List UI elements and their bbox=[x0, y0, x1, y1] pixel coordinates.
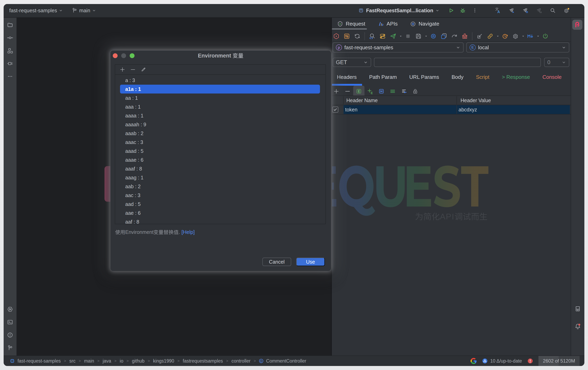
list-item[interactable]: aab : 2 bbox=[115, 182, 326, 191]
notifications-button[interactable] bbox=[574, 323, 581, 330]
settings-gear-icon[interactable] bbox=[563, 8, 569, 13]
cell-header-value[interactable]: abcdxyz bbox=[457, 105, 570, 114]
vcs-status-widget[interactable]: 10 Δ/up-to-date bbox=[482, 358, 522, 364]
project-selector[interactable]: p fast-request-samples bbox=[333, 42, 463, 52]
tab-navigate[interactable]: Navigate bbox=[409, 21, 440, 27]
send-request-button[interactable] bbox=[388, 30, 398, 42]
list-item[interactable]: aaac : 3 bbox=[115, 138, 326, 147]
markdown-export-button[interactable] bbox=[525, 30, 536, 42]
list-item[interactable]: aaab : 2 bbox=[115, 129, 326, 138]
markdown-options-chevron[interactable] bbox=[536, 34, 540, 38]
redirect-count-selector[interactable]: 0 bbox=[544, 58, 569, 67]
breadcrumb-item[interactable]: java bbox=[103, 358, 111, 364]
search-api-button[interactable] bbox=[367, 30, 377, 42]
project-widget[interactable]: fast-request-samples bbox=[9, 8, 57, 13]
tab-apis[interactable]: APIs bbox=[377, 21, 399, 27]
link-options-chevron[interactable] bbox=[496, 34, 500, 38]
list-item[interactable]: aaaah : 9 bbox=[115, 120, 326, 129]
config-button[interactable] bbox=[342, 30, 352, 42]
subtab-body[interactable]: Body bbox=[452, 74, 463, 80]
subtab-pathparam[interactable]: Path Param bbox=[369, 74, 397, 80]
lock-button[interactable] bbox=[410, 86, 421, 97]
sort-button[interactable] bbox=[398, 86, 410, 97]
list-item[interactable]: aaag : 1 bbox=[115, 173, 326, 182]
breadcrumb-class[interactable]: CommentController bbox=[266, 358, 306, 364]
header-preset-button[interactable] bbox=[376, 86, 387, 97]
more-actions-button[interactable] bbox=[472, 8, 478, 13]
undo-button[interactable] bbox=[449, 30, 460, 42]
import-button[interactable] bbox=[474, 30, 485, 42]
rocket-run-icon[interactable] bbox=[509, 8, 515, 13]
list-item[interactable]: aaf : 8 bbox=[115, 217, 326, 224]
more-tools-button[interactable] bbox=[4, 70, 17, 83]
breadcrumb-item[interactable]: io bbox=[120, 358, 124, 364]
breadcrumb-item[interactable]: kings1990 bbox=[153, 358, 174, 364]
save-options-chevron[interactable] bbox=[424, 34, 428, 38]
add-header-button[interactable] bbox=[332, 86, 342, 97]
error-indicator-icon[interactable] bbox=[527, 358, 533, 364]
row-checkbox[interactable] bbox=[332, 105, 343, 114]
translate-icon[interactable]: A bbox=[495, 8, 501, 13]
search-icon[interactable] bbox=[550, 8, 556, 13]
branch-widget[interactable]: main bbox=[79, 8, 90, 13]
list-item[interactable]: aaa : 1 bbox=[115, 102, 326, 111]
remove-button[interactable] bbox=[128, 65, 138, 74]
list-item[interactable]: aae : 6 bbox=[115, 209, 326, 217]
list-item[interactable]: aaad : 5 bbox=[115, 147, 326, 155]
clear-button[interactable] bbox=[460, 30, 470, 42]
tab-request[interactable]: Request bbox=[336, 21, 366, 27]
subtab-script[interactable]: Script bbox=[476, 74, 489, 80]
pin-button[interactable] bbox=[332, 30, 342, 42]
environment-selector[interactable]: E local bbox=[466, 42, 569, 52]
run-tool-button[interactable] bbox=[4, 303, 17, 316]
breadcrumb-item[interactable]: src bbox=[69, 358, 75, 364]
list-item[interactable]: aa : 1 bbox=[115, 93, 326, 102]
list-item[interactable]: a1a : 1 bbox=[120, 85, 320, 93]
breadcrumb-item[interactable]: github bbox=[132, 358, 145, 364]
vcs-tool-button[interactable] bbox=[4, 341, 17, 354]
list-item[interactable]: aaaf : 8 bbox=[115, 164, 326, 173]
url-input[interactable] bbox=[374, 58, 541, 67]
subtab-urlparams[interactable]: URL Params bbox=[410, 74, 439, 80]
problems-tool-button[interactable] bbox=[4, 329, 17, 341]
send-options-chevron[interactable] bbox=[399, 34, 403, 38]
rocket-debug-icon[interactable] bbox=[522, 8, 528, 13]
env-variable-button[interactable] bbox=[353, 86, 365, 97]
settings-options-chevron[interactable] bbox=[521, 34, 525, 38]
memory-indicator-button[interactable] bbox=[574, 305, 581, 312]
debug-button[interactable] bbox=[460, 8, 466, 13]
breadcrumb-item[interactable]: fastrequestsamples bbox=[183, 358, 223, 364]
google-icon[interactable] bbox=[471, 358, 477, 364]
cell-header-name[interactable]: token bbox=[344, 105, 456, 114]
edit-button[interactable] bbox=[138, 65, 149, 74]
breadcrumb-item[interactable]: main bbox=[84, 358, 94, 364]
column-header-name[interactable]: Header Name bbox=[346, 96, 378, 105]
connect-button[interactable] bbox=[540, 30, 551, 42]
align-button[interactable] bbox=[387, 86, 398, 97]
toggle-params-button[interactable] bbox=[377, 30, 388, 42]
fast-request-tool-button[interactable] bbox=[572, 20, 582, 30]
subtab-headers[interactable]: Headers bbox=[337, 74, 357, 80]
save-button[interactable] bbox=[413, 30, 424, 42]
column-header-value[interactable]: Header Value bbox=[461, 96, 491, 105]
list-item[interactable]: aad : 5 bbox=[115, 200, 326, 209]
list-item[interactable]: a : 3 bbox=[115, 76, 326, 85]
subtab-console[interactable]: Console bbox=[543, 74, 562, 80]
refresh-button[interactable] bbox=[352, 30, 362, 42]
subtab-response[interactable]: > Response bbox=[502, 74, 530, 80]
method-selector[interactable]: GET bbox=[333, 58, 371, 67]
list-item[interactable]: aaaa : 1 bbox=[115, 111, 326, 120]
add-env-variable-button[interactable] bbox=[365, 86, 376, 97]
endpoints-tool-button[interactable] bbox=[4, 57, 17, 70]
rocket-profile-icon[interactable] bbox=[536, 8, 542, 13]
help-link[interactable]: [Help] bbox=[181, 229, 195, 235]
memory-widget[interactable]: 2602 of 5120M bbox=[538, 356, 579, 366]
record-button[interactable] bbox=[428, 30, 439, 42]
use-button[interactable]: Use bbox=[296, 258, 325, 266]
run-config-selector[interactable]: FastRequestSampl...lication bbox=[366, 8, 433, 13]
commit-tool-button[interactable] bbox=[4, 31, 17, 44]
settings-button[interactable] bbox=[510, 30, 521, 42]
breadcrumb-item[interactable]: controller bbox=[231, 358, 251, 364]
terminal-tool-button[interactable] bbox=[4, 316, 17, 329]
cancel-button[interactable]: Cancel bbox=[262, 258, 291, 266]
